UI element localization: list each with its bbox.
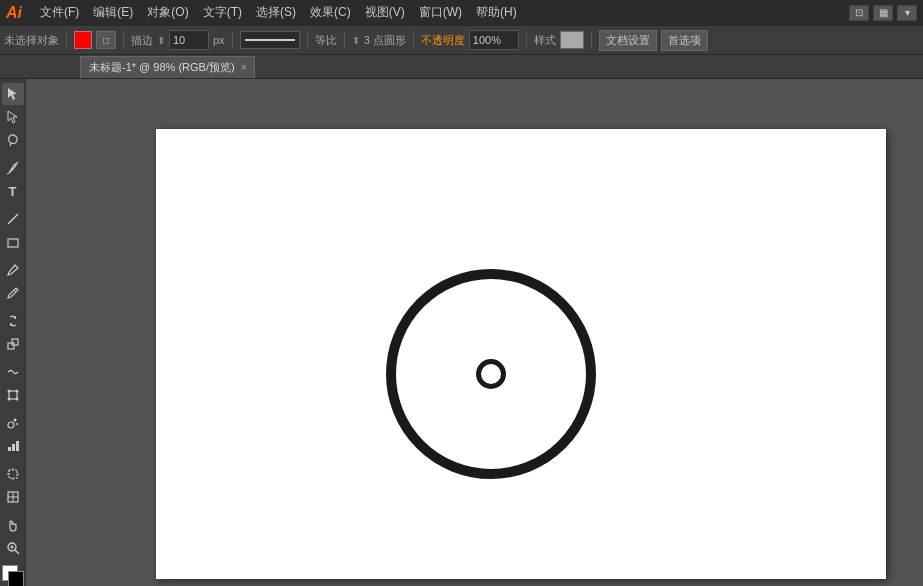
fill-stroke-swatches[interactable] xyxy=(2,565,24,586)
opacity-input[interactable] xyxy=(469,30,519,50)
window-control-box2[interactable]: ▦ xyxy=(873,5,893,21)
line-tool-button[interactable] xyxy=(2,208,24,230)
toolbar-separator-8 xyxy=(591,31,592,49)
slice-tool-button[interactable] xyxy=(2,486,24,508)
artboard-icon xyxy=(6,467,20,481)
pen-tool-button[interactable] xyxy=(2,157,24,179)
svg-rect-9 xyxy=(8,343,14,349)
svg-marker-0 xyxy=(8,88,17,100)
canvas-area xyxy=(26,79,923,586)
lasso-icon xyxy=(6,133,20,147)
svg-point-15 xyxy=(15,398,18,401)
svg-rect-20 xyxy=(12,444,15,451)
rotate-icon xyxy=(6,314,20,328)
svg-point-17 xyxy=(13,419,16,422)
main-area: T xyxy=(0,79,923,586)
tab-close-button[interactable]: × xyxy=(241,62,247,73)
svg-point-18 xyxy=(16,423,18,425)
toolbar-separator-3 xyxy=(232,31,233,49)
menu-view[interactable]: 视图(V) xyxy=(359,2,411,23)
svg-line-6 xyxy=(14,290,16,292)
svg-rect-5 xyxy=(8,239,18,247)
stroke-value-input[interactable] xyxy=(169,30,209,50)
points-label: 3 点圆形 xyxy=(364,33,406,48)
direct-select-tool-button[interactable] xyxy=(2,106,24,128)
svg-rect-21 xyxy=(16,441,19,451)
document-tab[interactable]: 未标题-1* @ 98% (RGB/预览) × xyxy=(80,56,255,78)
rotate-tool-button[interactable] xyxy=(2,310,24,332)
lasso-tool-button[interactable] xyxy=(2,129,24,151)
toolbar-separator-5 xyxy=(344,31,345,49)
stroke-arrows: ⬍ xyxy=(157,35,165,46)
ratio-label: 等比 xyxy=(315,33,337,48)
scale-icon xyxy=(6,337,20,351)
svg-rect-11 xyxy=(9,391,17,399)
line-icon xyxy=(6,212,20,226)
pencil-icon xyxy=(6,286,20,300)
toolbar-separator-2 xyxy=(123,31,124,49)
freewarp-tool-button[interactable] xyxy=(2,384,24,406)
menu-type[interactable]: 文字(T) xyxy=(197,2,248,23)
menu-window[interactable]: 窗口(W) xyxy=(413,2,468,23)
menu-help[interactable]: 帮助(H) xyxy=(470,2,523,23)
warp-tool-button[interactable] xyxy=(2,361,24,383)
window-control-menu[interactable]: ▾ xyxy=(897,5,917,21)
artboard-tool-button[interactable] xyxy=(2,463,24,485)
svg-marker-1 xyxy=(8,111,17,123)
svg-line-4 xyxy=(8,214,18,224)
zoom-icon xyxy=(6,541,20,555)
graph-tool-button[interactable] xyxy=(2,435,24,457)
window-controls: ⊡ ▦ ▾ xyxy=(849,5,917,21)
scale-tool-button[interactable] xyxy=(2,333,24,355)
svg-point-14 xyxy=(7,398,10,401)
color-swatches-area xyxy=(0,565,26,586)
symbolspray-tool-button[interactable] xyxy=(2,412,24,434)
svg-rect-10 xyxy=(12,339,18,345)
shape-icon xyxy=(6,235,20,249)
svg-line-2 xyxy=(10,143,11,146)
select-icon xyxy=(6,87,20,101)
toolbar-separator-4 xyxy=(307,31,308,49)
line-style-preview[interactable] xyxy=(240,31,300,49)
toolbar-separator-1 xyxy=(66,31,67,49)
select-tool-button[interactable] xyxy=(2,83,24,105)
type-tool-button[interactable]: T xyxy=(2,180,24,202)
hand-tool-button[interactable] xyxy=(2,514,24,536)
tab-bar: 未标题-1* @ 98% (RGB/预览) × xyxy=(0,55,923,79)
stroke-type-icon[interactable]: □ xyxy=(96,31,116,49)
left-toolbar: T xyxy=(0,79,26,586)
svg-point-16 xyxy=(8,422,14,428)
stroke-label: 描边 xyxy=(131,33,153,48)
freewarp-icon xyxy=(6,388,20,402)
svg-rect-22 xyxy=(9,470,17,478)
menu-effect[interactable]: 效果(C) xyxy=(304,2,357,23)
window-control-box1[interactable]: ⊡ xyxy=(849,5,869,21)
main-toolbar: 未选择对象 □ 描边 ⬍ px 等比 ⬍ 3 点圆形 不透明度 样式 文档设置 … xyxy=(0,25,923,55)
slice-icon xyxy=(6,490,20,504)
pencil-tool-button[interactable] xyxy=(2,282,24,304)
opacity-label: 不透明度 xyxy=(421,33,465,48)
type-icon: T xyxy=(9,184,17,199)
style-preview[interactable] xyxy=(560,31,584,49)
svg-point-13 xyxy=(15,390,18,393)
app-logo: Ai xyxy=(6,4,22,22)
inner-circle xyxy=(476,359,506,389)
svg-line-3 xyxy=(7,173,9,174)
shape-tool-button[interactable] xyxy=(2,231,24,253)
pen-icon xyxy=(6,161,20,175)
stroke-color-swatch[interactable] xyxy=(74,31,92,49)
fill-foreground-swatch xyxy=(8,571,24,586)
preferences-button[interactable]: 首选项 xyxy=(661,30,708,51)
menu-select[interactable]: 选择(S) xyxy=(250,2,302,23)
doc-settings-button[interactable]: 文档设置 xyxy=(599,30,657,51)
zoom-tool-button[interactable] xyxy=(2,537,24,559)
title-bar: Ai 文件(F) 编辑(E) 对象(O) 文字(T) 选择(S) 效果(C) 视… xyxy=(0,0,923,25)
menu-object[interactable]: 对象(O) xyxy=(141,2,194,23)
paintbrush-tool-button[interactable] xyxy=(2,259,24,281)
style-label: 样式 xyxy=(534,33,556,48)
menu-file[interactable]: 文件(F) xyxy=(34,2,85,23)
main-circle xyxy=(386,269,596,479)
paintbrush-icon xyxy=(6,263,20,277)
no-selection-label: 未选择对象 xyxy=(4,33,59,48)
menu-edit[interactable]: 编辑(E) xyxy=(87,2,139,23)
